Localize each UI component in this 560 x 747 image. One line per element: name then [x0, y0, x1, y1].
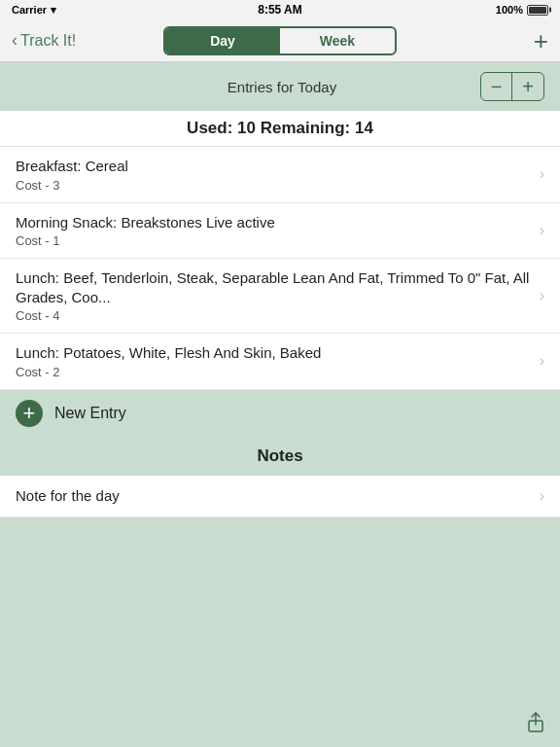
- list-item[interactable]: Lunch: Potatoes, White, Flesh And Skin, …: [0, 334, 560, 390]
- segment-week-button[interactable]: Week: [280, 28, 395, 53]
- new-entry-plus-icon: +: [16, 400, 43, 427]
- entries-title: Entries for Today: [84, 79, 480, 95]
- list-item-subtitle: Cost - 3: [16, 178, 532, 193]
- list-item[interactable]: Morning Snack: Breakstones Live active C…: [0, 203, 560, 260]
- list-item[interactable]: Lunch: Beef, Tenderloin, Steak, Separabl…: [0, 259, 560, 334]
- list-item-title: Morning Snack: Breakstones Live active: [16, 213, 532, 232]
- nav-right: +: [461, 28, 548, 53]
- new-entry-label: New Entry: [54, 405, 126, 422]
- back-chevron-icon: ‹: [12, 30, 18, 51]
- list-item[interactable]: Breakfast: Cereal Cost - 3 ›: [0, 147, 560, 203]
- list-item-content: Lunch: Beef, Tenderloin, Steak, Separabl…: [16, 268, 532, 323]
- wifi-icon: ▾: [51, 4, 56, 17]
- list-item-title: Lunch: Potatoes, White, Flesh And Skin, …: [16, 343, 532, 363]
- list-item-subtitle: Cost - 2: [16, 365, 532, 379]
- entries-header: Entries for Today − +: [0, 62, 560, 111]
- status-time: 8:55 AM: [258, 3, 302, 17]
- segment-control: Day Week: [163, 26, 397, 55]
- segment-day-button[interactable]: Day: [165, 28, 280, 53]
- chevron-right-icon: ›: [540, 287, 544, 304]
- list-item-content: Lunch: Potatoes, White, Flesh And Skin, …: [16, 343, 532, 379]
- increment-button[interactable]: +: [512, 73, 543, 100]
- add-entry-button[interactable]: +: [534, 28, 548, 53]
- used-remaining-label: Used: 10 Remaining: 14: [0, 111, 560, 147]
- decrement-button[interactable]: −: [481, 73, 512, 100]
- note-item[interactable]: Note for the day ›: [0, 476, 560, 517]
- list-item-title: Lunch: Beef, Tenderloin, Steak, Separabl…: [16, 268, 532, 306]
- share-icon[interactable]: [525, 712, 546, 739]
- carrier-label: Carrier: [12, 4, 47, 16]
- entry-list: Breakfast: Cereal Cost - 3 › Morning Sna…: [0, 147, 560, 390]
- list-item-subtitle: Cost - 4: [16, 308, 532, 323]
- list-item-content: Morning Snack: Breakstones Live active C…: [16, 213, 532, 249]
- note-item-text: Note for the day: [16, 487, 120, 504]
- list-item-content: Breakfast: Cereal Cost - 3: [16, 157, 532, 193]
- notes-title: Notes: [257, 446, 302, 465]
- counter-buttons: − +: [480, 72, 544, 101]
- back-button[interactable]: ‹ Track It!: [12, 30, 99, 51]
- battery-fill: [529, 7, 546, 14]
- status-right: 100%: [496, 4, 548, 16]
- chevron-right-icon: ›: [540, 222, 544, 239]
- segment-control-container: Day Week: [99, 26, 461, 55]
- list-item-subtitle: Cost - 1: [16, 233, 532, 248]
- footer: [0, 708, 560, 747]
- list-item-title: Breakfast: Cereal: [16, 157, 532, 176]
- new-entry-button[interactable]: + New Entry: [0, 390, 560, 437]
- battery-percent: 100%: [496, 4, 523, 16]
- chevron-right-icon: ›: [540, 165, 544, 183]
- status-left: Carrier ▾: [12, 4, 56, 17]
- nav-bar: ‹ Track It! Day Week +: [0, 19, 560, 62]
- back-label: Track It!: [20, 32, 76, 50]
- chevron-right-icon: ›: [540, 352, 544, 370]
- notes-header: Notes: [0, 437, 560, 476]
- status-bar: Carrier ▾ 8:55 AM 100%: [0, 0, 560, 19]
- chevron-right-icon: ›: [540, 487, 544, 505]
- battery-icon: [527, 5, 548, 16]
